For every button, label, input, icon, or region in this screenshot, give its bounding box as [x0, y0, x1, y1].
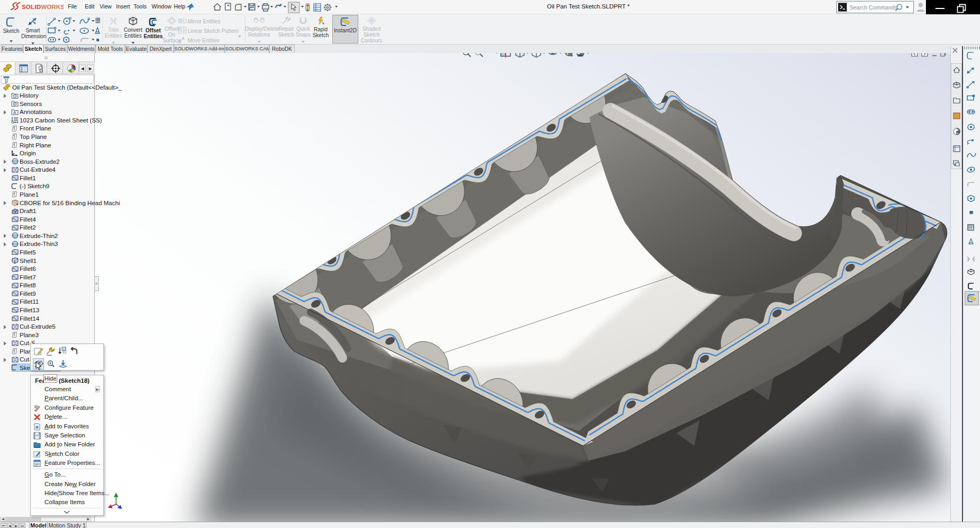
svg-text:A: A	[13, 110, 16, 115]
svg-text:SOLIDWORKS: SOLIDWORKS	[22, 4, 64, 10]
